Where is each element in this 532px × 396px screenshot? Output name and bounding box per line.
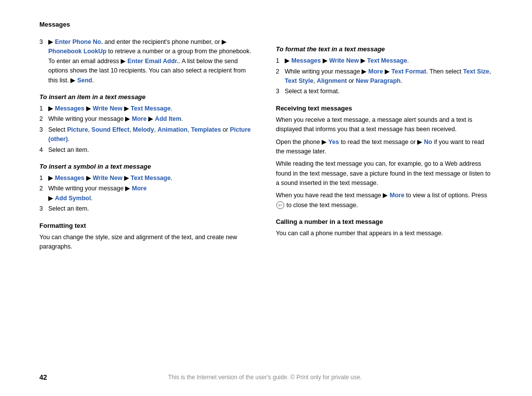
page-number: 42 <box>39 373 47 381</box>
insert-symbol-step2: 2 While writing your message ▶ More▶ Add… <box>39 184 256 203</box>
insert-symbol-heading: To insert a symbol in a text message <box>39 162 256 172</box>
insert-symbol-step1: 1 ▶ Messages ▶ Write New ▶ Text Message. <box>39 174 256 183</box>
insert-item-heading: To insert an item in a text message <box>39 92 256 102</box>
left-column: 3 ▶ Enter Phone No. and enter the recipi… <box>39 37 256 361</box>
write-new-link2: Write New <box>93 175 122 181</box>
enter-phone-link: Enter Phone No. <box>55 38 102 45</box>
enter-email-link: Enter Email Addr. <box>128 58 179 65</box>
text-size-link: Text Size <box>463 68 489 75</box>
phonebook-lookup-link: Phonebook LookUp <box>48 48 106 55</box>
sound-effect-link: Sound Effect <box>92 126 130 133</box>
step3-num: 3 <box>39 37 45 85</box>
receiving-p4: When you have read the text message ▶ Mo… <box>276 191 493 210</box>
format-step2: 2 While writing your message ▶ More ▶ Te… <box>276 67 493 86</box>
insert-item-list: 1 ▶ Messages ▶ Write New ▶ Text Message.… <box>39 104 256 155</box>
insert-item-step1: 1 ▶ Messages ▶ Write New ▶ Text Message. <box>39 104 256 113</box>
footer-note: This is the Internet version of the user… <box>47 374 483 381</box>
formatting-text: You can change the style, size and align… <box>39 233 256 252</box>
text-message-link2: Text Message <box>131 175 170 181</box>
yes-link: Yes <box>329 139 339 145</box>
text-format-link: Text Format <box>392 68 427 75</box>
insert-item-step3: 3 Select Picture, Sound Effect, Melody, … <box>39 125 256 144</box>
templates-link: Templates <box>191 126 221 133</box>
calling-heading: Calling a number in a text message <box>276 217 493 227</box>
write-new-link3: Write New <box>329 57 359 64</box>
write-new-link1: Write New <box>93 105 122 112</box>
insert-item-step4: 4 Select an item. <box>39 145 256 155</box>
more-link4: More <box>390 192 404 199</box>
picture-link: Picture <box>67 126 88 133</box>
receiving-heading: Receiving text messages <box>276 104 493 113</box>
new-paragraph-link: New Paragraph <box>356 77 400 84</box>
insert-symbol-step3: 3 Select an item. <box>39 204 256 214</box>
add-symbol-link: Add Symbol <box>55 195 91 202</box>
section-title: Messages <box>39 21 70 28</box>
step3-text: ▶ Enter Phone No. and enter the recipien… <box>48 37 256 85</box>
alignment-link: Alignment <box>317 77 347 84</box>
more-link1: More <box>132 115 147 122</box>
formatting-heading: Formatting text <box>39 221 256 231</box>
page-footer: 42 This is the Internet version of the u… <box>39 369 493 381</box>
melody-link: Melody <box>133 126 154 133</box>
right-column: To format the text in a text message 1 ▶… <box>276 37 493 361</box>
close-circle-icon: ↩ <box>276 201 284 209</box>
text-message-link1: Text Message <box>131 105 170 112</box>
receiving-p3: While reading the text message you can, … <box>276 159 493 188</box>
format-heading: To format the text in a text message <box>276 44 493 54</box>
no-link: No <box>424 139 432 145</box>
step3-block: 3 ▶ Enter Phone No. and enter the recipi… <box>39 37 256 85</box>
page-header: Messages <box>39 20 493 29</box>
calling-text: You can call a phone number that appears… <box>276 229 493 238</box>
insert-symbol-list: 1 ▶ Messages ▶ Write New ▶ Text Message.… <box>39 174 256 214</box>
messages-link1: Messages <box>55 105 84 112</box>
content-area: 3 ▶ Enter Phone No. and enter the recipi… <box>39 37 493 361</box>
receiving-p2: Open the phone ▶ Yes to read the text me… <box>276 138 493 157</box>
messages-link2: Messages <box>55 175 84 181</box>
page: Messages 3 ▶ Enter Phone No. and enter t… <box>0 0 532 396</box>
send-link: Send <box>77 77 93 84</box>
format-step1: 1 ▶ Messages ▶ Write New ▶ Text Message. <box>276 56 493 66</box>
add-item-link: Add Item <box>155 115 181 122</box>
more-link2: More <box>132 185 147 192</box>
format-list: 1 ▶ Messages ▶ Write New ▶ Text Message.… <box>276 56 493 97</box>
more-link3: More <box>368 68 383 75</box>
animation-link: Animation <box>158 126 188 133</box>
messages-link3: Messages <box>291 57 321 64</box>
text-style-link: Text Style <box>285 77 313 84</box>
format-step3: 3 Select a text format. <box>276 87 493 96</box>
receiving-p1: When you receive a text message, a messa… <box>276 115 493 135</box>
text-message-link3: Text Message <box>367 57 407 64</box>
insert-item-step2: 2 While writing your message ▶ More ▶ Ad… <box>39 114 256 124</box>
